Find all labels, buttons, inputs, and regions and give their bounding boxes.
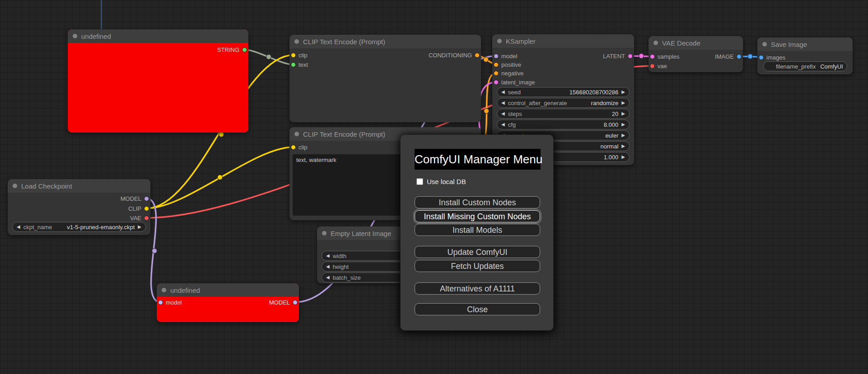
update-comfyui-button[interactable]: Update ComfyUI	[415, 246, 540, 258]
close-button[interactable]: Close	[415, 303, 540, 315]
input-slot-vae: vae	[649, 61, 743, 70]
install-models-button[interactable]: Install Models	[415, 224, 540, 236]
node-titlebar[interactable]: undefined	[68, 29, 248, 43]
fetch-updates-button[interactable]: Fetch Updates	[415, 260, 540, 272]
node-vae-decode[interactable]: VAE Decode samples vae IMAGE	[649, 36, 743, 72]
reroute-dot[interactable]	[484, 109, 489, 114]
output-slot-string: STRING	[68, 45, 248, 54]
widget-label: filename_prefix	[776, 63, 816, 70]
use-local-db-label: Use local DB	[427, 178, 466, 185]
node-titlebar[interactable]: CLIP Text Encode (Prompt)	[289, 35, 481, 48]
steps-widget[interactable]: ◀ steps 20 ▶	[497, 109, 630, 119]
slot-label: negative	[501, 70, 523, 77]
node-titlebar[interactable]: VAE Decode	[649, 36, 743, 50]
node-clip-text-encode-1[interactable]: CLIP Text Encode (Prompt) clip text COND…	[289, 35, 481, 122]
model-output-port[interactable]	[293, 300, 298, 305]
stepper-right-icon[interactable]: ▶	[138, 222, 141, 232]
node-load-checkpoint[interactable]: Load Checkpoint MODEL CLIP VAE ◀ ckpt_na…	[8, 179, 150, 235]
stepper-left-icon[interactable]: ◀	[501, 87, 505, 97]
graph-canvas[interactable]: undefined STRING CLIP Text Encode (Promp…	[0, 0, 868, 374]
negative-input-port[interactable]	[494, 71, 499, 76]
install-custom-nodes-button[interactable]: Install Custom Nodes	[415, 196, 540, 208]
stepper-right-icon[interactable]: ▶	[621, 87, 625, 97]
stepper-left-icon[interactable]: ◀	[326, 272, 330, 282]
vae-output-port[interactable]	[144, 216, 149, 221]
reroute-dot[interactable]	[152, 249, 157, 254]
reroute-dot[interactable]	[219, 132, 224, 137]
install-missing-custom-nodes-button[interactable]: Install Missing Custom Nodes	[415, 210, 540, 222]
cfg-widget[interactable]: ◀ cfg 8.000 ▶	[497, 120, 630, 129]
reroute-dot[interactable]	[266, 55, 271, 60]
reroute-dot[interactable]	[218, 175, 223, 180]
stepper-left-icon[interactable]: ◀	[326, 262, 330, 272]
widget-label: batch_size	[333, 274, 361, 281]
stepper-right-icon[interactable]: ▶	[621, 141, 625, 151]
widget-label: control_after_generate	[508, 100, 567, 106]
output-slot-vae: VAE	[8, 213, 150, 222]
widget-value: 8.000	[599, 121, 619, 128]
node-status-dot	[294, 39, 299, 44]
vae-input-port[interactable]	[650, 64, 655, 69]
widget-value: randomize	[587, 100, 619, 106]
images-input-port[interactable]	[759, 55, 764, 60]
node-status-dot	[162, 288, 166, 292]
image-output-port[interactable]	[737, 54, 742, 59]
slot-label: MODEL	[121, 195, 141, 202]
slot-label: text	[299, 61, 308, 68]
stepper-right-icon[interactable]: ▶	[621, 98, 625, 108]
reroute-dot[interactable]	[639, 54, 644, 59]
widget-value: 1.000	[599, 154, 619, 161]
widget-label: height	[333, 263, 349, 270]
reroute-dot[interactable]	[748, 54, 753, 59]
use-local-db-checkbox[interactable]	[416, 178, 423, 185]
stepper-right-icon[interactable]: ▶	[621, 152, 625, 162]
slot-label: CLIP	[128, 205, 141, 212]
conditioning-output-port[interactable]	[475, 53, 480, 58]
node-titlebar[interactable]: Save Image	[757, 37, 853, 51]
node-status-dot	[762, 42, 767, 46]
widget-value: ComfyUI	[816, 63, 843, 70]
string-output-port[interactable]	[242, 47, 247, 52]
node-undefined-bottom[interactable]: undefined model MODEL	[157, 283, 299, 322]
input-slot-positive: positive	[492, 60, 634, 69]
stepper-left-icon[interactable]: ◀	[501, 109, 505, 119]
node-titlebar[interactable]: Load Checkpoint	[8, 179, 150, 193]
stepper-right-icon[interactable]: ▶	[621, 130, 625, 140]
node-status-dot	[294, 132, 299, 136]
widget-label: width	[333, 253, 346, 259]
output-slot-model: MODEL	[8, 194, 150, 203]
stepper-right-icon[interactable]: ▶	[621, 109, 625, 119]
node-status-dot	[653, 41, 658, 45]
ckpt-name-widget[interactable]: ◀ ckpt_name v1-5-pruned-emaonly.ckpt ▶	[12, 222, 146, 232]
widget-value: v1-5-pruned-emaonly.ckpt	[62, 224, 135, 231]
input-slot-negative: negative	[492, 69, 634, 78]
filename-prefix-widget[interactable]: filename_prefix ComfyUI	[763, 61, 847, 71]
widget-label: ckpt_name	[23, 224, 52, 231]
stepper-left-icon[interactable]: ◀	[501, 120, 505, 129]
stepper-left-icon[interactable]: ◀	[326, 251, 330, 261]
clip-output-port[interactable]	[144, 206, 149, 211]
stepper-left-icon[interactable]: ◀	[501, 98, 505, 108]
latent-output-port[interactable]	[628, 54, 633, 59]
reroute-dot[interactable]	[484, 57, 489, 62]
node-undefined-top[interactable]: undefined STRING	[68, 29, 248, 133]
node-titlebar[interactable]: undefined	[157, 283, 299, 297]
input-slot-images: images	[757, 53, 853, 62]
seed-widget[interactable]: ◀ seed 156680208700286 ▶	[497, 87, 630, 97]
clip-input-port[interactable]	[291, 145, 296, 150]
positive-input-port[interactable]	[494, 62, 499, 67]
node-title: Load Checkpoint	[21, 182, 72, 190]
node-status-dot	[497, 39, 502, 43]
control-after-generate-widget[interactable]: ◀ control_after_generate randomize ▶	[497, 98, 630, 108]
stepper-right-icon[interactable]: ▶	[621, 120, 625, 129]
node-titlebar[interactable]: KSampler	[492, 34, 634, 48]
latent-image-input-port[interactable]	[494, 80, 499, 85]
model-output-port[interactable]	[144, 196, 149, 201]
alternatives-of-a1111-button[interactable]: Alternatives of A1111	[415, 282, 540, 295]
node-title: undefined	[170, 286, 200, 294]
slot-label: latent_image	[501, 79, 535, 86]
widget-value: euler	[601, 132, 618, 139]
text-input-port[interactable]	[291, 62, 296, 67]
stepper-left-icon[interactable]: ◀	[17, 222, 20, 232]
node-save-image[interactable]: Save Image images filename_prefix ComfyU…	[757, 37, 853, 74]
